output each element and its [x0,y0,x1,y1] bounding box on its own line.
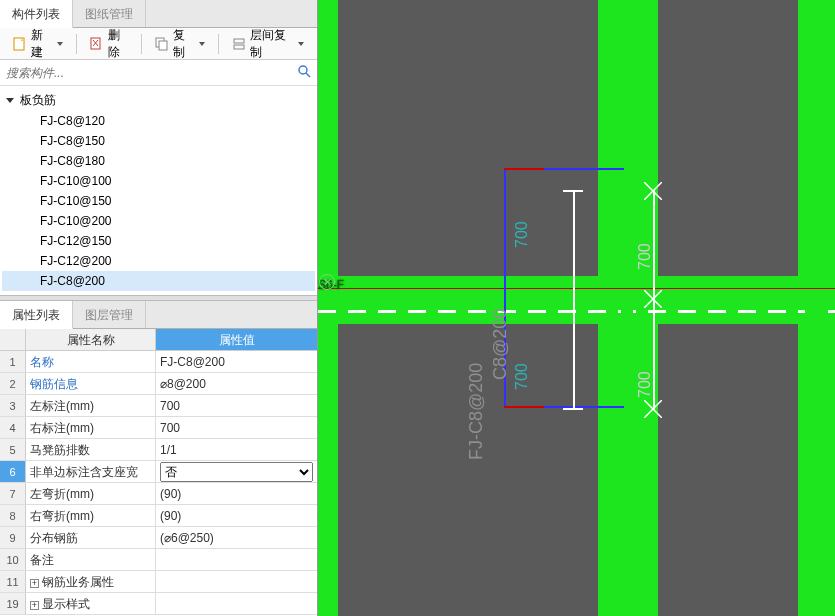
floor-copy-button[interactable]: 层间复制 [225,23,311,65]
dim-line [573,320,575,410]
property-row[interactable]: 9分布钢筋(⌀6@250) [0,527,317,549]
property-name: 备注 [26,549,156,570]
dim-cross-icon [644,290,662,308]
property-row[interactable]: 19+显示样式 [0,593,317,615]
property-name: 分布钢筋 [26,527,156,548]
tree-item[interactable]: FJ-C12@200 [2,251,315,271]
property-value[interactable] [156,593,317,614]
property-row-num: 3 [0,395,26,416]
component-tree: 板负筋 FJ-C8@120FJ-C8@150FJ-C8@180FJ-C10@10… [0,86,317,295]
dim-tick [563,408,583,410]
drawing-canvas[interactable]: FJ-C8@200 C8@200 700 700 700 700 S6-F ✕ [318,0,835,616]
property-header: 属性名称 属性值 [0,329,317,351]
chevron-down-icon [298,42,304,46]
property-name: +钢筋业务属性 [26,571,156,592]
property-row[interactable]: 10备注 [0,549,317,571]
red-tick [504,168,544,170]
property-value[interactable] [156,549,317,570]
delete-button[interactable]: 删除 [83,23,136,65]
tree-toggle-icon[interactable] [6,98,14,103]
property-row[interactable]: 6非单边标注含支座宽否 [0,461,317,483]
property-row-num: 7 [0,483,26,504]
property-row[interactable]: 1名称FJ-C8@200 [0,351,317,373]
property-row[interactable]: 4右标注(mm)700 [0,417,317,439]
tab-properties[interactable]: 属性列表 [0,301,73,329]
chevron-down-icon [57,42,63,46]
s6-marker-icon: ✕ [319,274,335,290]
tree-item[interactable]: FJ-C8@180 [2,151,315,171]
property-value[interactable]: 700 [156,395,317,416]
property-header-num [0,329,26,350]
property-row-num: 2 [0,373,26,394]
property-row[interactable]: 5马凳筋排数1/1 [0,439,317,461]
expand-icon[interactable]: + [30,601,39,610]
property-value[interactable]: 否 [156,461,317,482]
property-value[interactable]: (90) [156,483,317,504]
tree-item[interactable]: FJ-C10@200 [2,211,315,231]
dim-value: 700 [636,371,654,398]
new-label: 新建 [31,27,51,61]
tree-item[interactable]: FJ-C10@100 [2,171,315,191]
property-row[interactable]: 2钢筋信息⌀8@200 [0,373,317,395]
dim-value: 700 [513,363,531,390]
property-value[interactable]: 1/1 [156,439,317,460]
property-row-num: 19 [0,593,26,614]
property-value[interactable]: ⌀8@200 [156,373,317,394]
copy-label: 复制 [173,27,193,61]
property-header-value[interactable]: 属性值 [156,329,317,350]
search-input[interactable] [6,66,297,80]
floor-copy-icon [232,37,246,51]
copy-button[interactable]: 复制 [148,23,212,65]
property-row[interactable]: 8右弯折(mm)(90) [0,505,317,527]
property-row-num: 4 [0,417,26,438]
property-row-num: 5 [0,439,26,460]
property-name: 钢筋信息 [26,373,156,394]
property-value[interactable]: 700 [156,417,317,438]
tree-root-label: 板负筋 [20,92,56,109]
property-row[interactable]: 11+钢筋业务属性 [0,571,317,593]
property-row-num: 10 [0,549,26,570]
property-row[interactable]: 3左标注(mm)700 [0,395,317,417]
property-name: 右弯折(mm) [26,505,156,526]
property-name: 左标注(mm) [26,395,156,416]
node-marker [621,305,633,317]
tab-layers[interactable]: 图层管理 [73,301,146,328]
delete-icon [90,37,104,51]
green-beam-h [318,276,835,324]
tree-item[interactable]: FJ-C12@150 [2,231,315,251]
delete-label: 删除 [108,27,129,61]
tree-item[interactable]: FJ-C8@120 [2,111,315,131]
property-row-num: 1 [0,351,26,372]
left-panel: 构件列表 图纸管理 新建 删除 复制 [0,0,318,616]
tree-root[interactable]: 板负筋 [2,90,315,111]
red-tick [504,406,544,408]
property-value-select[interactable]: 否 [160,462,313,482]
property-name: 右标注(mm) [26,417,156,438]
property-row-num: 6 [0,461,26,482]
canvas-label-fj: FJ-C8@200 [466,363,487,460]
node-marker [805,305,817,317]
property-name: 左弯折(mm) [26,483,156,504]
property-value[interactable]: FJ-C8@200 [156,351,317,372]
property-row-num: 9 [0,527,26,548]
property-value[interactable]: (⌀6@250) [156,527,317,548]
search-icon[interactable] [297,64,311,81]
expand-icon[interactable]: + [30,579,39,588]
chevron-down-icon [199,42,205,46]
svg-point-8 [299,66,307,74]
new-button[interactable]: 新建 [6,23,70,65]
toolbar-separator [218,34,219,54]
toolbar: 新建 删除 复制 层间复制 [0,28,317,60]
dim-line [573,190,575,320]
property-value[interactable] [156,571,317,592]
toolbar-separator [76,34,77,54]
property-value[interactable]: (90) [156,505,317,526]
tree-item[interactable]: FJ-C8@150 [2,131,315,151]
tree-item[interactable]: FJ-C10@150 [2,191,315,211]
dim-tick [563,190,583,192]
property-row[interactable]: 7左弯折(mm)(90) [0,483,317,505]
property-header-name: 属性名称 [26,329,156,350]
dim-cross-icon [644,182,662,200]
tree-item[interactable]: FJ-C8@200 [2,271,315,291]
property-name: +显示样式 [26,593,156,614]
